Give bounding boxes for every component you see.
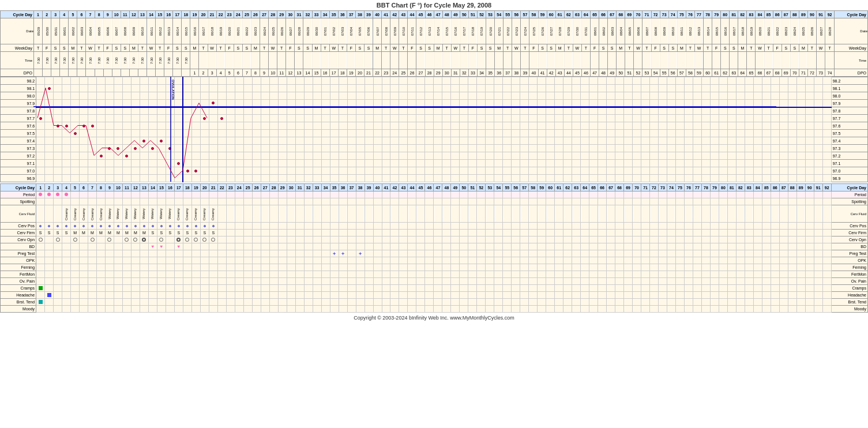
temp-cell [788,77,796,85]
table-cell: 06/12 [156,18,164,44]
temp-cell [390,167,399,175]
table-cell [477,257,486,264]
table-cell: 10 [112,11,121,18]
table-cell: T [442,44,451,52]
table-cell [166,243,174,250]
temp-cell [278,152,287,160]
table-cell [97,257,106,264]
temp-cell [54,130,62,137]
table-cell [727,236,736,243]
table-cell [45,278,54,285]
table-cell [356,257,365,264]
temp-cell [243,122,252,130]
table-cell [209,223,217,230]
temp-cell [615,122,624,130]
table-cell [425,52,434,69]
temp-cell [62,77,71,85]
temp-cell [745,100,753,107]
temp-cell [200,145,209,152]
table-cell [80,250,88,257]
table-cell: 08/25 [799,18,807,44]
table-cell [503,306,512,313]
temp-cell [148,77,157,85]
temp-cell [174,137,183,145]
temp-cell [451,100,460,107]
table-cell [174,299,183,306]
table-cell [365,292,373,299]
table-cell [217,236,226,243]
temp-cell [252,92,261,100]
table-cell [494,230,503,236]
table-cell: 78 [701,184,710,192]
temp-cell [122,152,131,160]
temp-cell [166,122,174,130]
table-cell [710,292,719,299]
temp-cell [719,130,727,137]
table-cell [615,306,624,313]
table-cell [779,285,788,292]
temp-row-label: 97.2 [1,152,36,160]
table-cell [269,223,278,230]
table-cell: 07/31 [581,18,590,44]
table-cell: 58 [529,184,538,192]
table-cell: 13 [138,11,146,18]
table-cell [140,236,148,243]
table-cell [762,236,771,243]
temp-cell [434,167,442,175]
temp-cell [753,130,762,137]
temp-cell [572,122,581,130]
table-cell [624,205,633,223]
table-cell: 89 [796,184,805,192]
temp-cell [425,175,434,182]
table-cell: 7:30 [173,52,182,69]
table-cell [114,285,122,292]
table-cell: 64 [581,184,589,192]
table-cell [641,264,650,271]
temp-cell [796,175,805,182]
temp-cell [710,122,719,130]
temp-cell [122,160,131,167]
temp-cell [814,137,822,145]
table-cell [217,264,226,271]
table-cell: 72 [650,184,659,192]
temperature-chart-table: 98.298.298.198.198.098.097.997.997.897.8… [0,77,868,182]
table-cell [269,52,277,69]
temp-cell [217,100,226,107]
temp-cell [390,92,399,100]
temp-cell [563,175,572,182]
table-cell [633,250,641,257]
cerv-opn-circle [211,238,215,242]
temp-cell [615,160,624,167]
table-cell [304,292,313,299]
temp-cell [390,137,399,145]
temp-cell [131,175,140,182]
table-cell [330,243,339,250]
table-cell: 38 [356,184,365,192]
table-cell [321,250,330,257]
table-cell: 06/10 [138,18,146,44]
table-cell [598,306,607,313]
temp-cell [589,167,598,175]
temp-cell [520,92,529,100]
table-cell [736,223,745,230]
table-cell: 56 [512,184,520,192]
table-cell [589,264,598,271]
table-cell [607,236,615,243]
temp-cell [382,122,390,130]
table-cell: 73 [817,69,825,77]
temp-cell [321,130,330,137]
table-cell [771,285,779,292]
table-cell: 46 [581,69,590,77]
table-cell: 57 [520,184,529,192]
temp-cell [753,85,762,92]
table-cell [166,264,174,271]
table-cell [295,205,304,223]
table-cell [339,223,347,230]
temp-cell [736,167,745,175]
table-cell [667,264,675,271]
temp-cell [217,145,226,152]
temp-cell [607,137,615,145]
temp-cell [486,175,494,182]
temp-cell [650,100,659,107]
table-cell: 08/09 [660,18,668,44]
